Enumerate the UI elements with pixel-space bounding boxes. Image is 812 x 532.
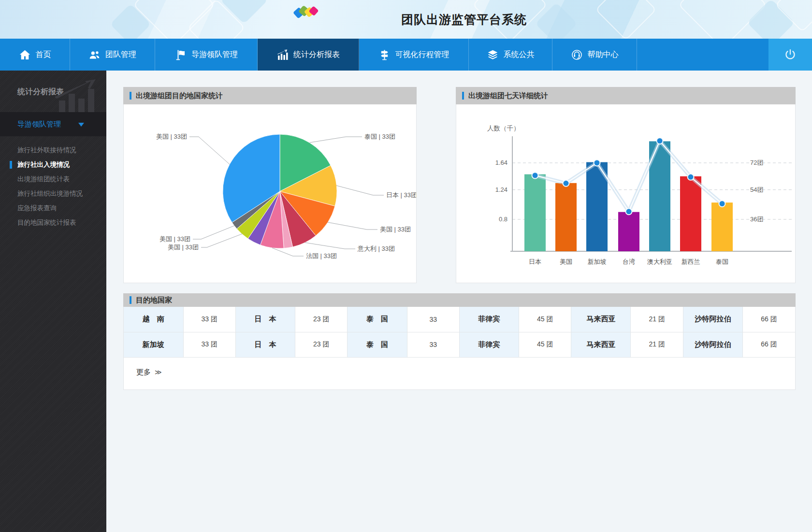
bar-美国 — [555, 183, 577, 251]
count-cell: 45 团 — [519, 332, 571, 357]
nav-item-system[interactable]: 系统公共 — [469, 39, 552, 71]
pie-label-line — [193, 226, 234, 239]
nav-spacer — [637, 39, 768, 71]
sidebar-header: 统计分析报表 — [0, 71, 106, 112]
x-axis-label: 新加坡 — [588, 258, 607, 265]
layers-icon — [487, 49, 499, 61]
bar-台湾 — [618, 212, 639, 251]
table-panel-title: 目的地国家 — [136, 296, 172, 305]
nav-item-label: 团队管理 — [105, 50, 136, 60]
pie-label: 意大利 | 33团 — [357, 245, 395, 252]
line-point-3 — [626, 208, 632, 215]
count-cell: 33 — [407, 332, 459, 357]
sidebar: 统计分析报表 导游领队管理 旅行社外联接待情况旅行社出入境情况出境游组团统计表旅… — [0, 71, 106, 532]
pie-panel-title: 出境游组团目的地国家统计 — [136, 91, 223, 101]
right-axis-tick: 36团 — [750, 216, 763, 223]
sidebar-menu: 旅行社外联接待情况旅行社出入境情况出境游组团统计表旅行社组织出境游情况应急报表查… — [0, 136, 106, 230]
sidebar-item-0[interactable]: 旅行社外联接待情况 — [0, 143, 106, 158]
bar-日本 — [524, 174, 546, 251]
table-panel-header: 目的地国家 — [123, 293, 796, 307]
sidebar-item-2[interactable]: 出境游组团统计表 — [0, 172, 106, 187]
pie-panel-body: 泰国 | 33团日本 | 33团美国 | 33团意大利 | 33团法国 | 33… — [123, 104, 417, 283]
flag-icon — [174, 49, 187, 61]
sidebar-section-label: 导游领队管理 — [17, 120, 61, 129]
country-cell: 沙特阿拉伯 — [683, 332, 742, 357]
nav-item-visual[interactable]: 可视化行程管理 — [359, 39, 469, 71]
y-axis-tick: 0.8 — [499, 216, 508, 223]
pie-label: 美国 | 33团 — [156, 133, 187, 140]
pie-label-line — [272, 248, 304, 256]
chevron-down-icon — [78, 123, 84, 127]
accent-bar — [130, 92, 131, 100]
country-cell: 马来西亚 — [571, 332, 631, 357]
nav-item-guide[interactable]: 导游领队管理 — [155, 39, 258, 71]
pie-label: 美国 | 33团 — [160, 235, 190, 243]
headset-icon — [571, 49, 583, 61]
signpost-icon — [378, 49, 391, 61]
header-decoration — [595, 0, 656, 39]
table-panel-body: 越 南33 团日 本23 团泰 国33菲律宾45 团马来西亚21 团沙特阿拉伯6… — [123, 307, 796, 390]
home-icon — [19, 49, 31, 61]
sidebar-section-guide-mgmt[interactable]: 导游领队管理 — [0, 112, 106, 136]
count-cell: 23 团 — [295, 332, 348, 357]
line-point-2 — [594, 160, 600, 166]
count-cell: 33 团 — [183, 332, 235, 357]
nav-item-label: 统计分析报表 — [293, 50, 340, 60]
logout-button[interactable] — [768, 39, 812, 71]
x-axis-label: 美国 — [560, 258, 572, 265]
nav-item-team[interactable]: 团队管理 — [70, 39, 155, 71]
pie-chart: 泰国 | 33团日本 | 33团美国 | 33团意大利 | 33团法国 | 33… — [124, 104, 416, 282]
x-axis-label: 台湾 — [623, 258, 635, 265]
country-cell: 新加坡 — [124, 332, 183, 357]
nav-item-help[interactable]: 帮助中心 — [552, 39, 637, 71]
nav-item-label: 首页 — [36, 50, 51, 60]
right-axis-tick: 54团 — [750, 186, 763, 193]
pie-label-line — [328, 222, 377, 230]
bar-新西兰 — [680, 176, 701, 251]
double-chevron-right-icon: ≫ — [155, 368, 162, 376]
x-axis-label: 新西兰 — [682, 258, 700, 265]
pie-label-line — [305, 243, 355, 249]
bar-panel-title: 出境游组团七天详细统计 — [468, 91, 548, 101]
main-content: 出境游组团目的地国家统计 泰国 | 33团日本 | 33团美国 | 33团意大利… — [106, 71, 812, 532]
bar-panel: 出境游组团七天详细统计 1.6472团1.2454团0.836团人数（千）日本美… — [456, 87, 796, 283]
bar-chart: 1.6472团1.2454团0.836团人数（千）日本美国新加坡台湾澳大利亚新西… — [456, 104, 795, 282]
pie-panel: 出境游组团目的地国家统计 泰国 | 33团日本 | 33团美国 | 33团意大利… — [123, 87, 417, 283]
pie-label: 法国 | 33团 — [306, 252, 337, 259]
pie-label: 泰国 | 33团 — [364, 133, 395, 140]
line-point-1 — [563, 180, 569, 187]
power-icon — [784, 48, 797, 61]
sidebar-item-5[interactable]: 目的地国家统计报表 — [0, 216, 106, 230]
nav-item-home[interactable]: 首页 — [0, 39, 70, 71]
pie-label-line — [189, 137, 230, 164]
country-cell: 菲律宾 — [459, 332, 519, 357]
app-title: 团队出游监管平台系统 — [401, 12, 527, 28]
pie-label-line — [201, 234, 242, 247]
right-axis-tick: 72团 — [750, 159, 763, 166]
main-nav: 首页团队管理导游领队管理统计分析报表可视化行程管理系统公共帮助中心 — [0, 39, 812, 71]
table-row-0: 越 南33 团日 本23 团泰 国33菲律宾45 团马来西亚21 团沙特阿拉伯6… — [124, 307, 795, 332]
sidebar-item-3[interactable]: 旅行社组织出境游情况 — [0, 187, 106, 201]
accent-bar — [462, 92, 464, 100]
country-cell: 菲律宾 — [459, 307, 519, 332]
country-cell: 泰 国 — [348, 332, 407, 357]
nav-item-stats[interactable]: 统计分析报表 — [258, 39, 359, 71]
sidebar-item-4[interactable]: 应急报表查询 — [0, 201, 106, 216]
x-axis-label: 泰国 — [716, 258, 728, 265]
page: 团队出游监管平台系统 首页团队管理导游领队管理统计分析报表可视化行程管理系统公共… — [0, 0, 812, 532]
sidebar-item-1[interactable]: 旅行社出入境情况 — [0, 158, 106, 172]
count-cell: 23 团 — [295, 307, 348, 332]
accent-bar — [130, 296, 131, 304]
bar-泰国 — [711, 202, 733, 251]
line-point-4 — [657, 138, 663, 144]
bar-panel-body: 1.6472团1.2454团0.836团人数（千）日本美国新加坡台湾澳大利亚新西… — [456, 104, 796, 283]
country-cell: 沙特阿拉伯 — [683, 307, 742, 332]
nav-item-label: 系统公共 — [504, 50, 535, 60]
x-axis-label: 澳大利亚 — [647, 258, 672, 265]
x-axis-label: 日本 — [529, 258, 541, 265]
nav-item-label: 可视化行程管理 — [395, 50, 450, 60]
bar-panel-header: 出境游组团七天详细统计 — [456, 87, 796, 104]
count-cell: 21 团 — [631, 307, 683, 332]
more-link[interactable]: 更多≫ — [124, 358, 177, 377]
y-axis-tick: 1.24 — [495, 186, 508, 193]
